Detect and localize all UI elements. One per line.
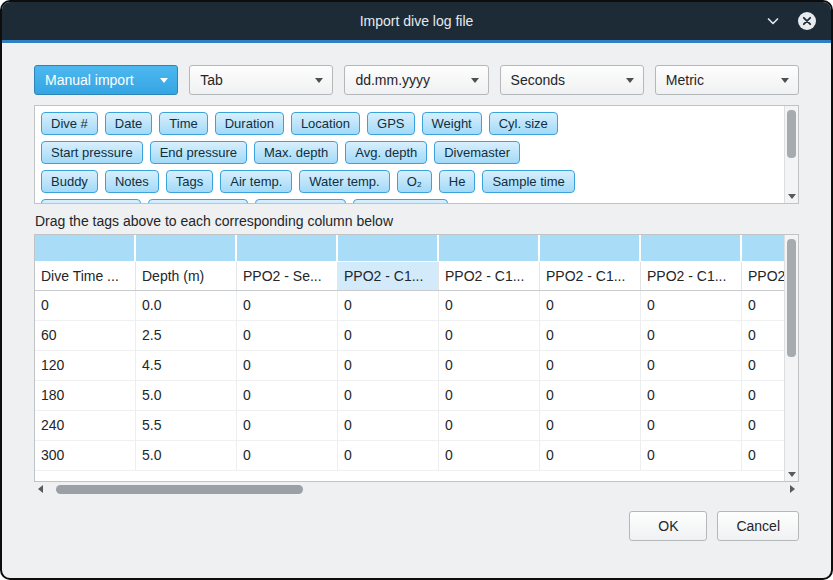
column-header[interactable]: PPO2 - Se... [237, 262, 338, 290]
tag-sample-temp[interactable]: Sample temp. [148, 199, 248, 204]
table-cell[interactable]: 0 [439, 291, 540, 321]
table-cell[interactable]: 0 [237, 351, 338, 381]
column-drop-target[interactable] [439, 235, 538, 261]
tag-tags[interactable]: Tags [166, 170, 213, 193]
scroll-down-icon[interactable] [788, 194, 796, 199]
table-cell[interactable]: 0 [439, 411, 540, 441]
tag-buddy[interactable]: Buddy [41, 170, 98, 193]
tag-divemaster[interactable]: Divemaster [434, 141, 520, 164]
table-cell[interactable]: 0 [237, 411, 338, 441]
column-drop-target[interactable] [136, 235, 235, 261]
table-cell[interactable]: 0 [338, 321, 439, 351]
table-cell[interactable]: 300 [35, 441, 136, 471]
table-cell[interactable]: 0 [338, 351, 439, 381]
table-cell[interactable]: 120 [35, 351, 136, 381]
table-cell[interactable]: 0 [439, 351, 540, 381]
combo-duration-format[interactable]: Seconds [500, 65, 644, 95]
tag-sample-po[interactable]: Sample pO₂ [255, 199, 345, 204]
tag-air-temp[interactable]: Air temp. [220, 170, 292, 193]
column-drop-target[interactable] [338, 235, 437, 261]
close-button[interactable] [797, 11, 817, 31]
column-header[interactable]: PPO2 - C1... [338, 262, 439, 290]
shade-chevron-down-icon[interactable] [765, 13, 781, 29]
table-cell[interactable]: 0 [338, 291, 439, 321]
table-cell[interactable]: 2.5 [136, 321, 237, 351]
table-cell[interactable]: 0 [439, 381, 540, 411]
table-cell[interactable]: 0 [35, 291, 136, 321]
column-drop-target[interactable] [641, 235, 740, 261]
table-cell[interactable]: 0 [237, 291, 338, 321]
tag-he[interactable]: He [439, 170, 476, 193]
tag-time[interactable]: Time [159, 112, 207, 135]
tag-water-temp[interactable]: Water temp. [299, 170, 389, 193]
column-header[interactable]: PPO2 - C1... [641, 262, 742, 290]
column-header[interactable]: PPO2 - C1... [540, 262, 641, 290]
tag-duration[interactable]: Duration [215, 112, 284, 135]
tag-start-pressure[interactable]: Start pressure [41, 141, 143, 164]
table-cell[interactable]: 0 [439, 441, 540, 471]
tag-o[interactable]: O₂ [397, 170, 432, 193]
column-header[interactable]: Depth (m) [136, 262, 237, 290]
tag-sample-cns[interactable]: Sample CNS [353, 199, 448, 204]
column-drop-target[interactable] [237, 235, 336, 261]
table-cell[interactable]: 0 [641, 291, 742, 321]
scrollbar-thumb[interactable] [787, 110, 796, 158]
column-header[interactable]: Dive Time ... [35, 262, 136, 290]
tag-avg-depth[interactable]: Avg. depth [345, 141, 427, 164]
table-cell[interactable]: 0 [338, 411, 439, 441]
table-cell[interactable]: 0 [237, 441, 338, 471]
table-cell[interactable]: 0 [540, 411, 641, 441]
combo-date-format[interactable]: dd.mm.yyyy [344, 65, 488, 95]
table-cell[interactable]: 0.0 [136, 291, 237, 321]
table-cell[interactable]: 0 [641, 411, 742, 441]
table-cell[interactable]: 5.0 [136, 441, 237, 471]
tag-end-pressure[interactable]: End pressure [150, 141, 247, 164]
table-cell[interactable]: 0 [338, 441, 439, 471]
scroll-down-icon[interactable] [788, 472, 796, 477]
table-cell[interactable]: 5.0 [136, 381, 237, 411]
table-horizontal-scrollbar[interactable] [34, 482, 799, 497]
cancel-button[interactable]: Cancel [717, 511, 799, 541]
tag-area-scrollbar[interactable] [784, 106, 798, 203]
table-cell[interactable]: 0 [641, 441, 742, 471]
table-cell[interactable]: 0 [540, 381, 641, 411]
table-cell[interactable]: 5.5 [136, 411, 237, 441]
tag-gps[interactable]: GPS [367, 112, 414, 135]
table-cell[interactable]: 60 [35, 321, 136, 351]
scrollbar-thumb[interactable] [787, 239, 796, 357]
table-cell[interactable]: 0 [641, 351, 742, 381]
table-cell[interactable]: 240 [35, 411, 136, 441]
tag-location[interactable]: Location [291, 112, 360, 135]
combo-import-mode[interactable]: Manual import [34, 65, 178, 95]
tag-max-depth[interactable]: Max. depth [254, 141, 338, 164]
scroll-left-icon[interactable] [38, 485, 43, 493]
table-cell[interactable]: 0 [439, 321, 540, 351]
titlebar[interactable]: Import dive log file [2, 2, 831, 40]
table-cell[interactable]: 0 [540, 441, 641, 471]
tag-weight[interactable]: Weight [422, 112, 482, 135]
ok-button[interactable]: OK [629, 511, 707, 541]
tag-dive[interactable]: Dive # [41, 112, 98, 135]
column-header[interactable]: PPO2 - C1... [439, 262, 540, 290]
tag-notes[interactable]: Notes [105, 170, 159, 193]
table-vertical-scrollbar[interactable] [784, 235, 798, 481]
table-cell[interactable]: 180 [35, 381, 136, 411]
table-cell[interactable]: 0 [641, 321, 742, 351]
scroll-right-icon[interactable] [790, 485, 795, 493]
table-cell[interactable]: 0 [641, 381, 742, 411]
table-cell[interactable]: 0 [338, 381, 439, 411]
tag-sample-depth[interactable]: Sample depth [41, 199, 141, 204]
tag-cyl-size[interactable]: Cyl. size [489, 112, 558, 135]
table-cell[interactable]: 0 [237, 381, 338, 411]
table-cell[interactable]: 0 [540, 321, 641, 351]
scrollbar-thumb[interactable] [56, 485, 303, 494]
combo-units[interactable]: Metric [655, 65, 799, 95]
table-cell[interactable]: 0 [540, 351, 641, 381]
column-drop-target[interactable] [35, 235, 134, 261]
combo-field-separator[interactable]: Tab [189, 65, 333, 95]
table-cell[interactable]: 4.5 [136, 351, 237, 381]
table-cell[interactable]: 0 [237, 321, 338, 351]
column-drop-target[interactable] [540, 235, 639, 261]
tag-sample-time[interactable]: Sample time [482, 170, 574, 193]
tag-date[interactable]: Date [105, 112, 152, 135]
